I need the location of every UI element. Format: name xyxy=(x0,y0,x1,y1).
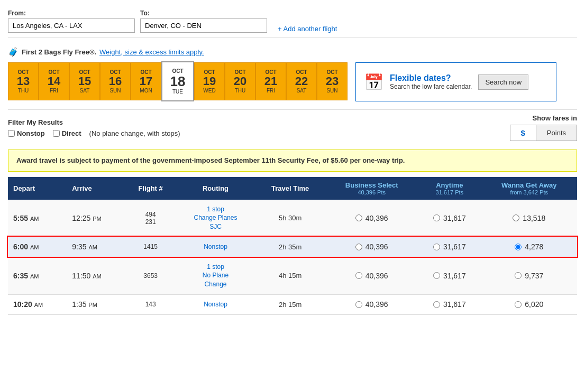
wanna-get-away-option[interactable]: 9,737 xyxy=(481,257,577,294)
business-select-radio-label[interactable]: 40,396 xyxy=(331,214,413,222)
wanna-get-away-option[interactable]: 13,518 xyxy=(481,200,577,237)
anytime-option[interactable]: 31,617 xyxy=(418,200,481,237)
anytime-radio[interactable] xyxy=(433,301,440,308)
date-cell-20[interactable]: OCT20THU xyxy=(225,62,255,100)
date-cell-22[interactable]: OCT22SAT xyxy=(286,62,317,100)
flight-depart: 6:35 AM xyxy=(8,257,67,294)
flexible-dates-box: 📅 Flexible dates? Search the low fare ca… xyxy=(355,62,556,101)
wanna-get-away-radio[interactable] xyxy=(515,244,522,250)
business-select-radio-label[interactable]: 40,396 xyxy=(331,242,413,251)
wanna-get-away-radio[interactable] xyxy=(515,301,522,308)
table-row: 6:35 AM 11:50 AM 3653 1 stopNo PlaneChan… xyxy=(8,257,577,294)
wanna-get-away-radio-label[interactable]: 13,518 xyxy=(487,214,572,222)
filter-right: Show fares in $ Points xyxy=(510,114,577,141)
calendar-icon: 📅 xyxy=(364,73,383,91)
date-cell-21[interactable]: OCT21FRI xyxy=(255,62,286,100)
to-input[interactable] xyxy=(140,18,267,33)
search-bar: From: To: + Add another flight xyxy=(8,5,577,38)
wanna-get-away-radio[interactable] xyxy=(513,214,519,221)
wanna-get-away-radio-label[interactable]: 4,278 xyxy=(487,242,572,251)
table-row: 5:55 AM 12:25 PM 494231 1 stopChange Pla… xyxy=(8,200,577,237)
date-cell-14[interactable]: OCT14FRI xyxy=(39,62,69,100)
direct-checkbox[interactable] xyxy=(53,130,60,137)
flight-routing: 1 stopChange PlanesSJC xyxy=(176,200,255,237)
wanna-get-away-radio-label[interactable]: 9,737 xyxy=(487,272,572,280)
flight-travel-time: 5h 30m xyxy=(255,200,325,237)
date-cell-23[interactable]: OCT23SUN xyxy=(317,62,348,100)
to-label: To: xyxy=(140,10,267,17)
flight-depart: 6:00 AM xyxy=(8,237,67,257)
business-select-radio[interactable] xyxy=(355,214,362,221)
date-cell-13[interactable]: OCT13THU xyxy=(8,62,39,100)
filter-left: Filter My Results Nonstop Direct (No pla… xyxy=(8,118,180,137)
business-select-radio-label[interactable]: 40,396 xyxy=(331,272,413,280)
flight-travel-time: 4h 15m xyxy=(255,257,325,294)
business-select-option[interactable]: 40,396 xyxy=(325,257,418,294)
flight-routing: Nonstop xyxy=(176,237,255,257)
date-cell-16[interactable]: OCT16SUN xyxy=(100,62,131,100)
th-depart: Depart xyxy=(8,177,67,200)
business-select-option[interactable]: 40,396 xyxy=(325,200,418,237)
bags-link[interactable]: Weight, size & excess limits apply. xyxy=(99,48,204,56)
flight-number: 3653 xyxy=(125,257,176,294)
anytime-option[interactable]: 31,617 xyxy=(418,295,481,315)
anytime-option[interactable]: 31,617 xyxy=(418,257,481,294)
date-cell-15[interactable]: OCT15SAT xyxy=(69,62,100,100)
anytime-option[interactable]: 31,617 xyxy=(418,237,481,257)
filter-section: Filter My Results Nonstop Direct (No pla… xyxy=(8,109,577,145)
business-select-radio[interactable] xyxy=(355,272,362,279)
flexible-title: Flexible dates? xyxy=(390,73,472,83)
bags-bold: First 2 Bags Fly Free®. xyxy=(22,48,96,56)
wanna-get-away-radio-label[interactable]: 6,020 xyxy=(487,300,572,309)
anytime-radio[interactable] xyxy=(433,244,440,250)
anytime-radio[interactable] xyxy=(433,214,440,221)
date-row: OCT13THUOCT14FRIOCT15SATOCT16SUNOCT17MON… xyxy=(8,62,577,101)
flight-arrive: 11:50 AM xyxy=(67,257,125,294)
business-select-radio[interactable] xyxy=(355,301,362,308)
th-travel-time: Travel Time xyxy=(255,177,325,200)
business-select-option[interactable]: 40,396 xyxy=(325,237,418,257)
flight-travel-time: 2h 15m xyxy=(255,295,325,315)
date-cell-18[interactable]: OCT18TUE xyxy=(161,61,194,101)
wanna-get-away-option[interactable]: 6,020 xyxy=(481,295,577,315)
flight-arrive: 12:25 PM xyxy=(67,200,125,237)
dollar-button[interactable]: $ xyxy=(510,125,536,141)
wanna-get-away-radio[interactable] xyxy=(515,272,522,279)
direct-label: Direct xyxy=(62,129,81,137)
anytime-radio[interactable] xyxy=(433,272,440,279)
nonstop-label: Nonstop xyxy=(17,129,45,137)
anytime-radio-label[interactable]: 31,617 xyxy=(423,214,476,222)
business-select-radio[interactable] xyxy=(355,244,362,250)
th-flight-num: Flight # xyxy=(125,177,176,200)
th-routing: Routing xyxy=(176,177,255,200)
from-input[interactable] xyxy=(8,18,135,33)
wanna-get-away-option[interactable]: 4,278 xyxy=(481,237,577,257)
flight-number: 494231 xyxy=(125,200,176,237)
to-field-group: To: xyxy=(140,10,267,33)
bag-icon: 🧳 xyxy=(8,47,19,57)
th-wanna-get-away: Wanna Get Away from 3,642 Pts xyxy=(481,177,577,200)
business-select-radio-label[interactable]: 40,396 xyxy=(331,300,413,309)
direct-note: (No plane change, with stops) xyxy=(89,129,180,137)
anytime-radio-label[interactable]: 31,617 xyxy=(423,272,476,280)
date-cell-17[interactable]: OCT17MON xyxy=(131,62,161,100)
flight-arrive: 9:35 AM xyxy=(67,237,125,257)
add-flight-link[interactable]: + Add another flight xyxy=(278,25,337,33)
nonstop-checkbox[interactable] xyxy=(8,130,15,137)
anytime-radio-label[interactable]: 31,617 xyxy=(423,242,476,251)
award-notice: Award travel is subject to payment of th… xyxy=(8,150,577,172)
date-cell-19[interactable]: OCT19WED xyxy=(194,62,225,100)
nonstop-filter[interactable]: Nonstop xyxy=(8,129,45,137)
direct-filter[interactable]: Direct xyxy=(53,129,81,137)
points-button[interactable]: Points xyxy=(536,125,577,141)
flight-routing: 1 stopNo PlaneChange xyxy=(176,257,255,294)
table-row: 6:00 AM 9:35 AM 1415 Nonstop 2h 35m 40,3… xyxy=(8,237,577,257)
flexible-text: Flexible dates? Search the low fare cale… xyxy=(390,73,472,90)
anytime-radio-label[interactable]: 31,617 xyxy=(423,300,476,309)
flight-routing: Nonstop xyxy=(176,295,255,315)
fare-toggle: $ Points xyxy=(510,125,577,141)
table-row: 10:20 AM 1:35 PM 143 Nonstop 2h 15m 40,3… xyxy=(8,295,577,315)
search-now-button[interactable]: Search now xyxy=(478,74,528,90)
business-select-option[interactable]: 40,396 xyxy=(325,295,418,315)
flight-number: 143 xyxy=(125,295,176,315)
